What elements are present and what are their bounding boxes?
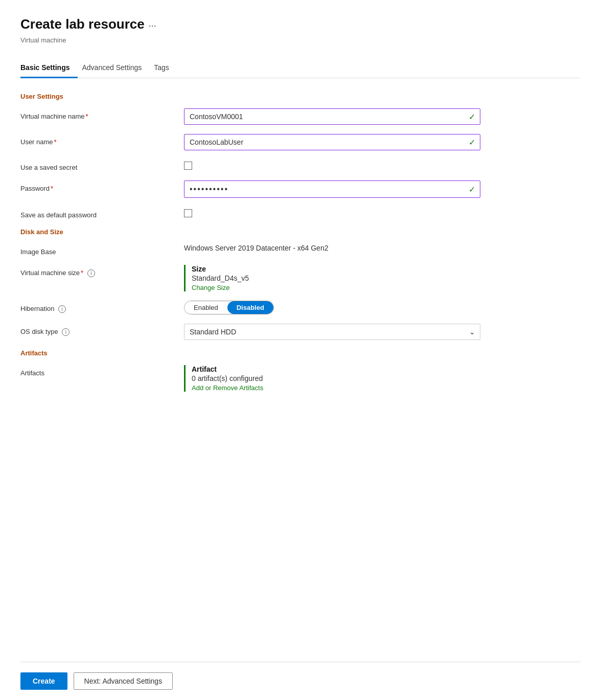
save-default-password-checkbox[interactable] xyxy=(184,209,192,217)
tab-basic-settings[interactable]: Basic Settings xyxy=(20,58,78,78)
page-title: Create lab resource xyxy=(20,16,145,32)
change-size-link[interactable]: Change Size xyxy=(192,284,229,291)
create-button[interactable]: Create xyxy=(20,672,67,690)
os-disk-type-row: OS disk type i Standard HDD Standard SSD… xyxy=(20,324,581,340)
hibernation-control: Enabled Disabled xyxy=(184,301,480,314)
save-default-password-row: Save as default password xyxy=(20,207,581,219)
vm-name-valid-icon: ✓ xyxy=(469,112,475,122)
vm-size-control: Size Standard_D4s_v5 Change Size xyxy=(184,265,480,291)
tab-bar: Basic Settings Advanced Settings Tags xyxy=(20,58,581,78)
footer: Create Next: Advanced Settings xyxy=(20,662,581,700)
os-disk-type-info-icon[interactable]: i xyxy=(62,328,70,336)
tab-tags[interactable]: Tags xyxy=(154,58,177,78)
artifacts-section-label: Artifacts xyxy=(20,349,581,357)
artifact-header: Artifact xyxy=(192,365,480,373)
os-disk-type-select[interactable]: Standard HDD Standard SSD Premium SSD xyxy=(184,324,480,340)
saved-secret-label: Use a saved secret xyxy=(20,160,184,171)
saved-secret-checkbox[interactable] xyxy=(184,162,192,170)
page-subtitle: Virtual machine xyxy=(20,36,581,44)
add-remove-artifacts-link[interactable]: Add or Remove Artifacts xyxy=(192,384,263,392)
password-valid-icon: ✓ xyxy=(469,185,475,194)
artifacts-label: Artifacts xyxy=(20,365,184,377)
image-base-control: Windows Server 2019 Datacenter - x64 Gen… xyxy=(184,244,480,252)
artifacts-row: Artifacts Artifact 0 artifact(s) configu… xyxy=(20,365,581,392)
hibernation-row: Hibernation i Enabled Disabled xyxy=(20,301,581,314)
user-name-input[interactable] xyxy=(184,134,480,150)
hibernation-info-icon[interactable]: i xyxy=(58,305,66,313)
password-label: Password* xyxy=(20,180,184,192)
vm-size-info-icon[interactable]: i xyxy=(87,269,95,277)
hibernation-toggle: Enabled Disabled xyxy=(184,301,274,314)
user-name-control: ✓ xyxy=(184,134,480,150)
password-row: Password* ✓ xyxy=(20,180,581,198)
saved-secret-control xyxy=(184,160,480,171)
password-control: ✓ xyxy=(184,180,480,198)
tab-advanced-settings[interactable]: Advanced Settings xyxy=(82,58,150,78)
vm-name-control: ✓ xyxy=(184,108,480,125)
os-disk-type-control: Standard HDD Standard SSD Premium SSD ⌄ xyxy=(184,324,480,340)
vm-name-row: Virtual machine name* ✓ xyxy=(20,108,581,125)
disk-size-section-label: Disk and Size xyxy=(20,228,581,236)
save-default-password-label: Save as default password xyxy=(20,207,184,219)
user-name-valid-icon: ✓ xyxy=(469,138,475,147)
saved-secret-row: Use a saved secret xyxy=(20,160,581,171)
hibernation-label: Hibernation i xyxy=(20,301,184,313)
user-settings-section-label: User Settings xyxy=(20,93,581,100)
vm-size-header: Size xyxy=(192,265,480,273)
user-name-label: User name* xyxy=(20,134,184,146)
vm-name-label: Virtual machine name* xyxy=(20,108,184,120)
ellipsis-menu-icon[interactable]: ··· xyxy=(149,20,156,31)
artifacts-control: Artifact 0 artifact(s) configured Add or… xyxy=(184,365,480,392)
hibernation-disabled-option[interactable]: Disabled xyxy=(227,301,273,314)
image-base-value: Windows Server 2019 Datacenter - x64 Gen… xyxy=(184,241,328,252)
hibernation-enabled-option[interactable]: Enabled xyxy=(184,301,227,314)
next-advanced-settings-button[interactable]: Next: Advanced Settings xyxy=(74,672,173,690)
image-base-label: Image Base xyxy=(20,244,184,256)
vm-size-value: Standard_D4s_v5 xyxy=(192,274,480,282)
image-base-row: Image Base Windows Server 2019 Datacente… xyxy=(20,244,581,256)
user-name-row: User name* ✓ xyxy=(20,134,581,150)
vm-size-label: Virtual machine size* i xyxy=(20,265,184,277)
vm-name-input[interactable] xyxy=(184,108,480,125)
save-default-password-control xyxy=(184,207,480,219)
vm-size-row: Virtual machine size* i Size Standard_D4… xyxy=(20,265,581,291)
password-input[interactable] xyxy=(184,180,480,198)
artifact-count: 0 artifact(s) configured xyxy=(192,374,480,382)
os-disk-type-label: OS disk type i xyxy=(20,324,184,336)
